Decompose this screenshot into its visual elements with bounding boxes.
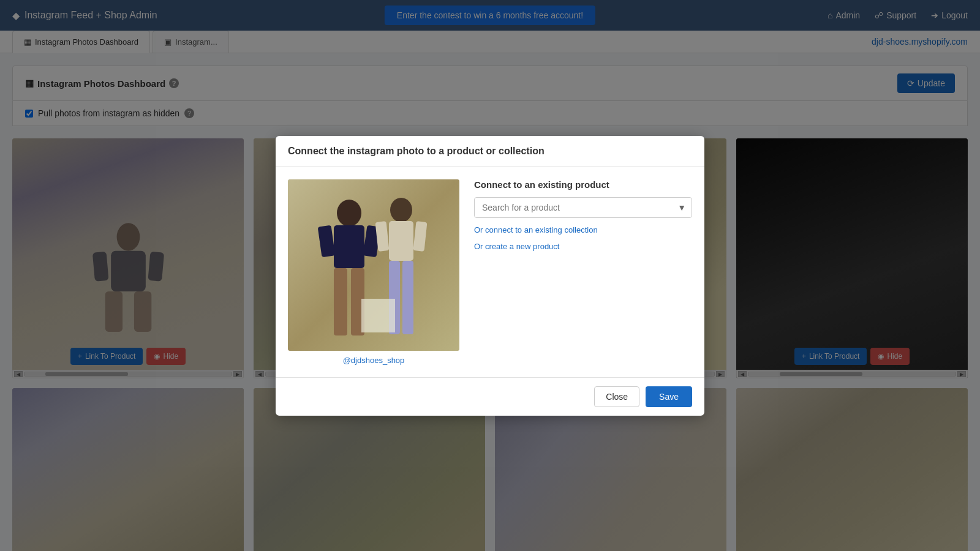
modal-title: Connect the instagram photo to a product… [288,146,545,156]
modal-product-image [288,179,459,351]
modal-image-svg [288,179,459,351]
modal-right-side: Connect to an existing product ▼ Or conn… [474,179,692,365]
product-search-input[interactable] [474,197,692,218]
modal-image-side: @djdshoes_shop [288,179,459,365]
close-button[interactable]: Close [594,386,639,407]
svg-point-8 [337,200,361,227]
modal-header: Connect the instagram photo to a product… [276,136,704,167]
collection-link[interactable]: Or connect to an existing collection [474,225,692,234]
svg-rect-17 [402,261,413,334]
svg-rect-9 [334,225,364,268]
save-button[interactable]: Save [646,386,692,407]
modal-image-caption: @djdshoes_shop [288,356,459,365]
svg-rect-15 [389,221,413,261]
create-product-link[interactable]: Or create a new product [474,242,692,251]
modal-overlay[interactable]: Connect the instagram photo to a product… [0,0,980,551]
svg-rect-20 [361,299,395,332]
search-input-wrapper: ▼ [474,197,692,218]
connect-label: Connect to an existing product [474,179,692,190]
svg-point-14 [390,198,412,222]
modal-body: @djdshoes_shop Connect to an existing pr… [276,167,704,377]
modal-footer: Close Save [276,377,704,416]
svg-rect-10 [334,268,347,335]
modal: Connect the instagram photo to a product… [276,136,704,416]
